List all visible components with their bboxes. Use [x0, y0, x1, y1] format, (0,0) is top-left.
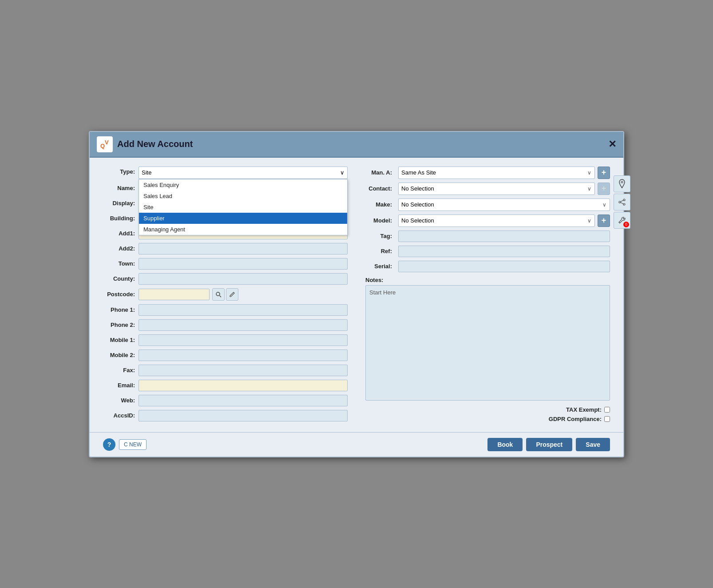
man-a-dropdown[interactable]: Same As Site	[398, 167, 595, 179]
gdpr-checkbox[interactable]	[604, 416, 610, 422]
postcode-input[interactable]	[139, 289, 210, 300]
make-label: Make:	[365, 201, 396, 208]
svg-point-7	[623, 203, 625, 205]
make-row: Make: No Selection ∨	[365, 199, 610, 211]
title-bar: Q V Add New Account ✕	[90, 132, 623, 158]
footer-right: Book Prospect Save	[487, 438, 610, 451]
ref-input[interactable]	[398, 246, 610, 257]
contact-dropdown-wrapper: No Selection ∨	[398, 183, 595, 195]
phone1-row: Phone 1:	[103, 304, 348, 316]
make-dropdown[interactable]: No Selection	[398, 199, 610, 211]
cnew-button[interactable]: C NEW	[119, 439, 147, 450]
svg-line-9	[621, 203, 623, 204]
location-icon-button[interactable]	[614, 175, 630, 192]
share-icon-button[interactable]	[614, 194, 630, 211]
notes-label: Notes:	[365, 277, 610, 283]
postcode-edit-button[interactable]	[226, 288, 238, 301]
man-a-row: Man. A: Same As Site ∨ +	[365, 167, 610, 179]
model-row: Model: No Selection ∨ +	[365, 215, 610, 227]
mobile2-row: Mobile 2:	[103, 350, 348, 361]
svg-point-2	[216, 292, 220, 296]
man-a-label: Man. A:	[365, 169, 396, 176]
dropdown-item-sales-lead[interactable]: Sales Lead	[139, 191, 347, 202]
left-column: Type: Site ∨ Sales Enquiry Sales Lead Si…	[103, 167, 348, 425]
email-input[interactable]	[139, 380, 348, 391]
phone2-input[interactable]	[139, 319, 348, 331]
prospect-button[interactable]: Prospect	[526, 438, 572, 451]
mobile1-input[interactable]	[139, 334, 348, 346]
tools-icon-button[interactable]: 0	[614, 212, 630, 229]
man-a-dropdown-wrapper: Same As Site ∨	[398, 167, 595, 179]
mobile2-input[interactable]	[139, 350, 348, 361]
tools-badge: 0	[623, 222, 629, 227]
ref-label: Ref:	[365, 248, 396, 254]
tax-exempt-label: TAX Exempt:	[566, 406, 602, 413]
add2-input[interactable]	[139, 243, 348, 254]
phone1-label: Phone 1:	[103, 306, 139, 313]
dropdown-item-site[interactable]: Site	[139, 202, 347, 213]
serial-row: Serial:	[365, 261, 610, 272]
mobile2-label: Mobile 2:	[103, 352, 139, 358]
fax-row: Fax:	[103, 365, 348, 376]
add-new-account-dialog: Q V Add New Account ✕ Type: Site ∨ Sale	[89, 131, 624, 457]
web-input[interactable]	[139, 395, 348, 406]
model-dropdown[interactable]: No Selection	[398, 215, 595, 227]
accsid-input[interactable]	[139, 410, 348, 421]
town-input[interactable]	[139, 258, 348, 270]
contact-dropdown[interactable]: No Selection	[398, 183, 595, 195]
web-label: Web:	[103, 397, 139, 404]
add2-row: Add2:	[103, 243, 348, 254]
town-row: Town:	[103, 258, 348, 270]
dropdown-item-managing-agent[interactable]: Managing Agent	[139, 224, 347, 235]
phone1-input[interactable]	[139, 304, 348, 316]
svg-point-4	[621, 181, 623, 183]
dropdown-item-sales-enquiry[interactable]: Sales Enquiry	[139, 179, 347, 191]
svg-line-3	[220, 295, 222, 297]
close-button[interactable]: ✕	[608, 139, 616, 149]
name-label: Name:	[103, 185, 139, 191]
fax-input[interactable]	[139, 365, 348, 376]
make-dropdown-wrapper: No Selection ∨	[398, 199, 610, 211]
accsid-row: AccsID:	[103, 410, 348, 421]
dropdown-item-supplier[interactable]: Supplier	[139, 213, 347, 224]
fax-label: Fax:	[103, 367, 139, 373]
model-label: Model:	[365, 217, 396, 224]
dialog-body: Type: Site ∨ Sales Enquiry Sales Lead Si…	[90, 158, 623, 432]
serial-label: Serial:	[365, 263, 396, 270]
county-input[interactable]	[139, 273, 348, 285]
type-dropdown[interactable]: Site ∨	[139, 167, 348, 179]
type-dropdown-arrow: ∨	[340, 169, 345, 176]
svg-text:Q: Q	[100, 143, 105, 149]
model-add-button[interactable]: +	[598, 215, 610, 227]
serial-input[interactable]	[398, 261, 610, 272]
tag-input[interactable]	[398, 230, 610, 242]
email-row: Email:	[103, 380, 348, 391]
contact-row: Contact: No Selection ∨ +	[365, 183, 610, 195]
side-icons: 0	[614, 175, 630, 229]
contact-add-button: +	[598, 183, 610, 195]
title-bar-left: Q V Add New Account	[97, 136, 193, 152]
book-button[interactable]: Book	[487, 438, 523, 451]
tax-exempt-row: TAX Exempt:	[566, 406, 610, 413]
county-row: County:	[103, 273, 348, 285]
mobile1-label: Mobile 1:	[103, 337, 139, 343]
dialog-footer: ? C NEW Book Prospect Save	[90, 432, 623, 457]
type-dropdown-menu: Sales Enquiry Sales Lead Site Supplier M…	[139, 179, 348, 235]
help-button[interactable]: ?	[103, 438, 115, 451]
postcode-search-button[interactable]	[212, 288, 225, 301]
ref-row: Ref:	[365, 246, 610, 257]
man-a-add-button[interactable]: +	[598, 167, 610, 179]
tax-exempt-checkbox[interactable]	[604, 407, 610, 413]
email-label: Email:	[103, 382, 139, 389]
postcode-label: Postcode:	[103, 291, 139, 298]
checkboxes-section: TAX Exempt: GDPR Compliance:	[365, 406, 610, 422]
save-button[interactable]: Save	[576, 438, 610, 451]
postcode-row: Postcode:	[103, 288, 348, 301]
notes-textarea[interactable]: Start Here	[365, 285, 610, 401]
gdpr-label: GDPR Compliance:	[549, 416, 602, 422]
svg-point-6	[619, 201, 621, 203]
type-row: Type: Site ∨ Sales Enquiry Sales Lead Si…	[103, 167, 348, 179]
footer-left: ? C NEW	[103, 438, 147, 451]
svg-text:V: V	[105, 139, 109, 146]
phone2-label: Phone 2:	[103, 322, 139, 328]
